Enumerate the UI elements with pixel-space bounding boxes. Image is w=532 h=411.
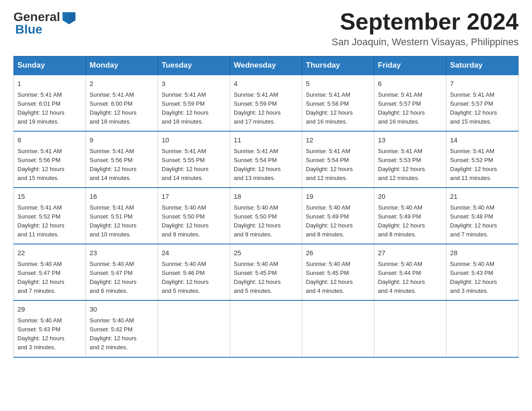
calendar-cell: 11Sunrise: 5:41 AMSunset: 5:54 PMDayligh… bbox=[230, 131, 302, 188]
calendar-cell: 13Sunrise: 5:41 AMSunset: 5:53 PMDayligh… bbox=[374, 131, 446, 188]
week-row-1: 1Sunrise: 5:41 AMSunset: 6:01 PMDaylight… bbox=[14, 75, 519, 131]
day-info: Sunrise: 5:40 AMSunset: 5:45 PMDaylight:… bbox=[306, 261, 353, 294]
calendar-cell bbox=[158, 300, 230, 357]
day-info: Sunrise: 5:41 AMSunset: 5:53 PMDaylight:… bbox=[378, 148, 425, 181]
day-number: 23 bbox=[90, 248, 154, 258]
weekday-header-saturday: Saturday bbox=[446, 56, 519, 75]
calendar-cell: 2Sunrise: 5:41 AMSunset: 6:00 PMDaylight… bbox=[86, 75, 158, 131]
day-number: 10 bbox=[162, 135, 226, 146]
month-title: September 2024 bbox=[332, 9, 519, 34]
day-info: Sunrise: 5:41 AMSunset: 5:52 PMDaylight:… bbox=[450, 148, 497, 181]
day-info: Sunrise: 5:40 AMSunset: 5:47 PMDaylight:… bbox=[90, 261, 137, 294]
logo-general-text: General bbox=[13, 11, 60, 23]
week-row-5: 29Sunrise: 5:40 AMSunset: 5:43 PMDayligh… bbox=[14, 300, 519, 357]
day-number: 12 bbox=[306, 135, 370, 146]
day-info: Sunrise: 5:41 AMSunset: 5:54 PMDaylight:… bbox=[306, 148, 353, 181]
day-number: 15 bbox=[17, 192, 82, 202]
day-info: Sunrise: 5:41 AMSunset: 5:55 PMDaylight:… bbox=[162, 148, 209, 181]
day-number: 20 bbox=[378, 192, 442, 202]
day-info: Sunrise: 5:40 AMSunset: 5:50 PMDaylight:… bbox=[234, 204, 281, 238]
calendar-cell bbox=[302, 300, 374, 357]
day-info: Sunrise: 5:41 AMSunset: 6:00 PMDaylight:… bbox=[90, 91, 137, 125]
week-row-2: 8Sunrise: 5:41 AMSunset: 5:56 PMDaylight… bbox=[14, 131, 519, 188]
day-number: 11 bbox=[234, 135, 298, 146]
day-info: Sunrise: 5:40 AMSunset: 5:49 PMDaylight:… bbox=[378, 204, 425, 238]
day-number: 9 bbox=[90, 135, 154, 146]
calendar-cell bbox=[230, 300, 302, 357]
calendar-cell: 24Sunrise: 5:40 AMSunset: 5:46 PMDayligh… bbox=[158, 244, 230, 300]
day-info: Sunrise: 5:40 AMSunset: 5:49 PMDaylight:… bbox=[306, 204, 353, 238]
calendar-cell: 9Sunrise: 5:41 AMSunset: 5:56 PMDaylight… bbox=[86, 131, 158, 188]
day-info: Sunrise: 5:40 AMSunset: 5:42 PMDaylight:… bbox=[90, 317, 137, 351]
day-info: Sunrise: 5:40 AMSunset: 5:44 PMDaylight:… bbox=[378, 261, 425, 294]
day-number: 8 bbox=[17, 135, 82, 146]
calendar-cell: 16Sunrise: 5:41 AMSunset: 5:51 PMDayligh… bbox=[86, 188, 158, 244]
day-number: 6 bbox=[378, 79, 442, 89]
calendar-cell: 18Sunrise: 5:40 AMSunset: 5:50 PMDayligh… bbox=[230, 188, 302, 244]
weekday-header-monday: Monday bbox=[86, 56, 158, 75]
day-number: 17 bbox=[162, 192, 226, 202]
day-number: 16 bbox=[90, 192, 154, 202]
calendar-cell bbox=[374, 300, 446, 357]
logo-icon bbox=[61, 9, 77, 25]
title-area: September 2024 San Joaquin, Western Visa… bbox=[332, 9, 519, 48]
weekday-header-thursday: Thursday bbox=[302, 56, 374, 75]
day-info: Sunrise: 5:40 AMSunset: 5:45 PMDaylight:… bbox=[234, 261, 281, 294]
day-info: Sunrise: 5:40 AMSunset: 5:46 PMDaylight:… bbox=[162, 261, 209, 294]
day-info: Sunrise: 5:41 AMSunset: 5:51 PMDaylight:… bbox=[90, 204, 137, 238]
day-number: 19 bbox=[306, 192, 370, 202]
calendar-cell: 26Sunrise: 5:40 AMSunset: 5:45 PMDayligh… bbox=[302, 244, 374, 300]
calendar-cell: 20Sunrise: 5:40 AMSunset: 5:49 PMDayligh… bbox=[374, 188, 446, 244]
day-number: 21 bbox=[450, 192, 515, 202]
day-info: Sunrise: 5:40 AMSunset: 5:48 PMDaylight:… bbox=[450, 204, 497, 238]
calendar-cell: 28Sunrise: 5:40 AMSunset: 5:43 PMDayligh… bbox=[446, 244, 519, 300]
calendar-cell: 4Sunrise: 5:41 AMSunset: 5:59 PMDaylight… bbox=[230, 75, 302, 131]
calendar-cell: 1Sunrise: 5:41 AMSunset: 6:01 PMDaylight… bbox=[14, 75, 86, 131]
weekday-header-tuesday: Tuesday bbox=[158, 56, 230, 75]
calendar-cell: 22Sunrise: 5:40 AMSunset: 5:47 PMDayligh… bbox=[14, 244, 86, 300]
day-number: 7 bbox=[450, 79, 515, 89]
weekday-header-friday: Friday bbox=[374, 56, 446, 75]
day-info: Sunrise: 5:41 AMSunset: 5:59 PMDaylight:… bbox=[162, 91, 209, 125]
day-number: 13 bbox=[378, 135, 442, 146]
calendar-cell: 21Sunrise: 5:40 AMSunset: 5:48 PMDayligh… bbox=[446, 188, 519, 244]
logo-blue-text: Blue bbox=[13, 23, 77, 36]
calendar-cell: 29Sunrise: 5:40 AMSunset: 5:43 PMDayligh… bbox=[14, 300, 86, 357]
weekday-header-sunday: Sunday bbox=[14, 56, 86, 75]
calendar-cell: 7Sunrise: 5:41 AMSunset: 5:57 PMDaylight… bbox=[446, 75, 519, 131]
calendar-cell: 30Sunrise: 5:40 AMSunset: 5:42 PMDayligh… bbox=[86, 300, 158, 357]
day-info: Sunrise: 5:40 AMSunset: 5:50 PMDaylight:… bbox=[162, 204, 209, 238]
calendar-cell: 23Sunrise: 5:40 AMSunset: 5:47 PMDayligh… bbox=[86, 244, 158, 300]
weekday-header-row: SundayMondayTuesdayWednesdayThursdayFrid… bbox=[14, 56, 519, 75]
day-info: Sunrise: 5:41 AMSunset: 6:01 PMDaylight:… bbox=[17, 91, 64, 125]
day-number: 28 bbox=[450, 248, 515, 258]
calendar-cell: 27Sunrise: 5:40 AMSunset: 5:44 PMDayligh… bbox=[374, 244, 446, 300]
day-number: 1 bbox=[17, 79, 82, 89]
svg-marker-1 bbox=[69, 13, 75, 24]
location-subtitle: San Joaquin, Western Visayas, Philippine… bbox=[332, 36, 519, 48]
week-row-4: 22Sunrise: 5:40 AMSunset: 5:47 PMDayligh… bbox=[14, 244, 519, 300]
calendar-cell: 25Sunrise: 5:40 AMSunset: 5:45 PMDayligh… bbox=[230, 244, 302, 300]
day-number: 3 bbox=[162, 79, 226, 89]
calendar-cell: 3Sunrise: 5:41 AMSunset: 5:59 PMDaylight… bbox=[158, 75, 230, 131]
day-info: Sunrise: 5:41 AMSunset: 5:56 PMDaylight:… bbox=[17, 148, 64, 181]
calendar-cell: 12Sunrise: 5:41 AMSunset: 5:54 PMDayligh… bbox=[302, 131, 374, 188]
calendar-cell: 8Sunrise: 5:41 AMSunset: 5:56 PMDaylight… bbox=[14, 131, 86, 188]
day-number: 29 bbox=[17, 304, 82, 315]
day-info: Sunrise: 5:41 AMSunset: 5:57 PMDaylight:… bbox=[378, 91, 425, 125]
calendar-cell: 14Sunrise: 5:41 AMSunset: 5:52 PMDayligh… bbox=[446, 131, 519, 188]
calendar-cell: 10Sunrise: 5:41 AMSunset: 5:55 PMDayligh… bbox=[158, 131, 230, 188]
day-number: 26 bbox=[306, 248, 370, 258]
calendar-cell: 15Sunrise: 5:41 AMSunset: 5:52 PMDayligh… bbox=[14, 188, 86, 244]
day-number: 22 bbox=[17, 248, 82, 258]
day-number: 18 bbox=[234, 192, 298, 202]
day-number: 24 bbox=[162, 248, 226, 258]
day-info: Sunrise: 5:40 AMSunset: 5:47 PMDaylight:… bbox=[17, 261, 64, 294]
day-number: 4 bbox=[234, 79, 298, 89]
day-info: Sunrise: 5:41 AMSunset: 5:56 PMDaylight:… bbox=[90, 148, 137, 181]
calendar-cell: 6Sunrise: 5:41 AMSunset: 5:57 PMDaylight… bbox=[374, 75, 446, 131]
calendar-cell: 5Sunrise: 5:41 AMSunset: 5:58 PMDaylight… bbox=[302, 75, 374, 131]
week-row-3: 15Sunrise: 5:41 AMSunset: 5:52 PMDayligh… bbox=[14, 188, 519, 244]
logo: General Blue bbox=[13, 9, 77, 36]
calendar-cell: 19Sunrise: 5:40 AMSunset: 5:49 PMDayligh… bbox=[302, 188, 374, 244]
